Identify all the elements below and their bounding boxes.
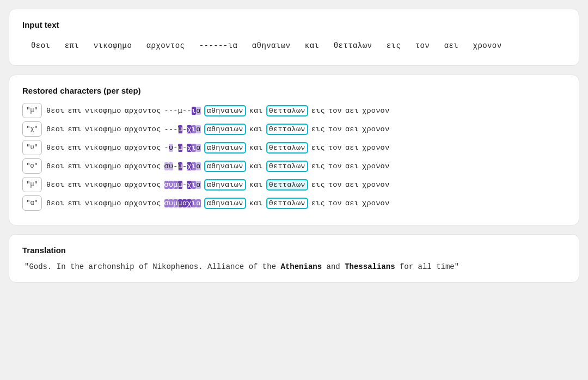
word: θεοι	[46, 199, 65, 207]
word: θεοι	[46, 107, 65, 115]
step-badge-1: "μ"	[22, 103, 42, 118]
step-text-2: θεοι επι νικοφημο αρχοντος ---μ-χια αθην…	[46, 124, 389, 135]
word: επι	[68, 199, 82, 207]
word: εις	[311, 162, 325, 170]
word: νικοφημο	[85, 199, 121, 207]
word: και	[249, 181, 263, 189]
step-badge-4: "σ"	[22, 158, 42, 174]
word: και	[249, 125, 263, 133]
word: χρονον	[362, 107, 389, 115]
translation-text: "Gods. In the archonship of Nikophemos. …	[22, 262, 566, 271]
word: εις	[311, 144, 325, 152]
highlighted-word-athenians-3: αθηναιων	[204, 142, 246, 154]
bold-athenians: Athenians	[280, 262, 322, 271]
word: ---μ-χια	[164, 125, 201, 133]
word: νικοφημο	[85, 144, 121, 152]
word: τον	[328, 162, 342, 170]
step-text-3: θεοι επι νικοφημο αρχοντος -υ-μ-χια αθην…	[46, 142, 389, 154]
step-row-4: "σ" θεοι επι νικοφημο αρχοντος συ-μ-χια …	[22, 158, 566, 174]
translation-card: Translation "Gods. In the archonship of …	[9, 234, 579, 283]
word: θεοι	[46, 162, 65, 170]
step-badge-5: "μ"	[22, 177, 42, 192]
word: και	[249, 107, 263, 115]
word: τον	[328, 199, 342, 207]
step-row-5: "μ" θεοι επι νικοφημο αρχοντος συμμ-χια …	[22, 177, 566, 192]
word: αει	[345, 144, 359, 152]
word: επι	[68, 125, 82, 133]
word: τον	[328, 107, 342, 115]
word: αρχοντος	[125, 162, 161, 170]
word: αει	[345, 125, 359, 133]
restored-characters-title: Restored characters (per step)	[22, 86, 566, 95]
word: αρχοντος	[125, 125, 161, 133]
step-row-1: "μ" θεοι επι νικοφημο αρχοντος ---μ--ια …	[22, 103, 566, 118]
word: εις	[311, 125, 325, 133]
word: χρονον	[362, 125, 389, 133]
step-text-1: θεοι επι νικοφημο αρχοντος ---μ--ια αθην…	[46, 105, 389, 117]
highlighted-word-athenians-1: αθηναιων	[204, 105, 246, 117]
highlighted-word-athenians-2: αθηναιων	[204, 124, 246, 135]
word: επι	[68, 107, 82, 115]
step-text-6: θεοι επι νικοφημο αρχοντος συμμαχια αθην…	[46, 198, 389, 209]
word: επι	[68, 162, 82, 170]
word: συμμαχια	[164, 199, 201, 207]
word: επι	[68, 144, 82, 152]
input-text-content: θεοι επι νικοφημο αρχοντος ------ια αθην…	[22, 37, 566, 54]
word: χρονον	[362, 181, 389, 189]
bold-thessalians: Thessalians	[345, 262, 395, 271]
word: εις	[311, 181, 325, 189]
word: -υ-μ-χια	[164, 144, 201, 152]
highlighted-word-athenians-5: αθηναιων	[204, 179, 246, 191]
highlighted-word-thessalians-2: θετταλων	[266, 124, 308, 135]
word: νικοφημο	[85, 181, 121, 189]
highlighted-word-athenians-6: αθηναιων	[204, 198, 246, 209]
word: εις	[311, 107, 325, 115]
word: τον	[328, 125, 342, 133]
step-badge-6: "α"	[22, 195, 42, 211]
word: τον	[328, 144, 342, 152]
step-badge-2: "χ"	[22, 121, 42, 137]
word: αρχοντος	[125, 199, 161, 207]
word: χρονον	[362, 162, 389, 170]
word: εις	[311, 199, 325, 207]
word: θεοι	[46, 181, 65, 189]
input-text-title: Input text	[22, 20, 566, 29]
word: συ-μ-χια	[164, 162, 201, 170]
word: επι	[68, 181, 82, 189]
word: ---μ--ια	[164, 107, 201, 115]
word: και	[249, 162, 263, 170]
step-text-4: θεοι επι νικοφημο αρχοντος συ-μ-χια αθην…	[46, 161, 389, 172]
word: αει	[345, 199, 359, 207]
highlighted-word-thessalians-4: θετταλων	[266, 161, 308, 172]
highlighted-word-athenians-4: αθηναιων	[204, 161, 246, 172]
word: αει	[345, 107, 359, 115]
highlighted-word-thessalians-6: θετταλων	[266, 198, 308, 209]
word: αει	[345, 181, 359, 189]
highlighted-word-thessalians-1: θετταλων	[266, 105, 308, 117]
word: αρχοντος	[125, 181, 161, 189]
highlighted-word-thessalians-3: θετταλων	[266, 142, 308, 154]
word: τον	[328, 181, 342, 189]
word: νικοφημο	[85, 162, 121, 170]
word: θεοι	[46, 144, 65, 152]
word: θεοι	[46, 125, 65, 133]
step-row-3: "υ" θεοι επι νικοφημο αρχοντος -υ-μ-χια …	[22, 140, 566, 155]
step-badge-3: "υ"	[22, 140, 42, 155]
highlighted-word-thessalians-5: θετταλων	[266, 179, 308, 191]
word: χρονον	[362, 144, 389, 152]
word: νικοφημο	[85, 107, 121, 115]
translation-title: Translation	[22, 246, 566, 255]
word: χρονον	[362, 199, 389, 207]
step-row-6: "α" θεοι επι νικοφημο αρχοντος συμμαχια …	[22, 195, 566, 211]
restored-characters-card: Restored characters (per step) "μ" θεοι …	[9, 75, 579, 225]
word: συμμ-χια	[164, 181, 201, 189]
step-row-2: "χ" θεοι επι νικοφημο αρχοντος ---μ-χια …	[22, 121, 566, 137]
input-text-card: Input text θεοι επι νικοφημο αρχοντος --…	[9, 9, 579, 66]
word: αει	[345, 162, 359, 170]
word: αρχοντος	[125, 107, 161, 115]
step-text-5: θεοι επι νικοφημο αρχοντος συμμ-χια αθην…	[46, 179, 389, 191]
word: αρχοντος	[125, 144, 161, 152]
word: νικοφημο	[85, 125, 121, 133]
word: και	[249, 199, 263, 207]
word: και	[249, 144, 263, 152]
